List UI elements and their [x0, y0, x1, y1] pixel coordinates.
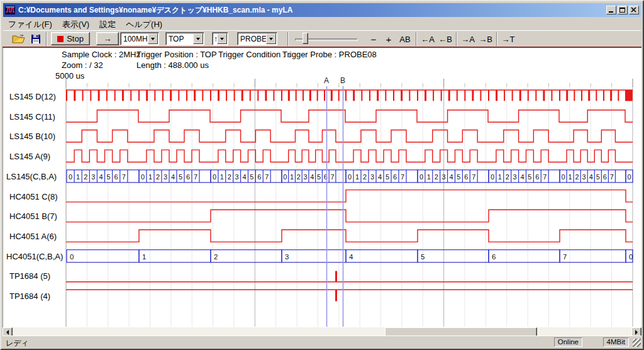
info-trigger-probe: Trigger Probe : PROBE08: [282, 50, 377, 59]
channel-label-ls-b: LS145 B(10): [9, 132, 55, 141]
status-bar: レディ Online 4MBit: [3, 336, 641, 347]
trigger-probe-value: PROBE00: [238, 35, 266, 43]
app-window: C:¥Documents and Settings¥noname¥デスクトップ¥…: [0, 0, 644, 350]
info-trigger-condition: Trigger Condition : ↓: [218, 50, 292, 59]
channel-label-ls-bus: LS145(C,B,A): [6, 172, 57, 181]
status-online-panel: Online: [554, 337, 582, 347]
ruler-time-label: 5000 us: [55, 71, 84, 81]
trigger-position-value: TOP: [166, 35, 193, 43]
combo-dropdown-button[interactable]: [266, 33, 276, 44]
channel-label-ls-c: LS145 C(11): [9, 112, 55, 121]
floppy-disk-icon: [31, 34, 41, 44]
window-title: C:¥Documents and Settings¥noname¥デスクトップ¥…: [18, 5, 605, 16]
zoom-out-button[interactable]: −: [367, 33, 380, 45]
chevron-down-icon: [196, 38, 200, 40]
toolbar-separator: [46, 32, 47, 46]
trigger-probe-combo[interactable]: PROBE00: [237, 32, 277, 45]
cursor-a-label: A: [324, 76, 329, 85]
trigger-edge-combo[interactable]: ↑: [212, 32, 228, 45]
trigger-edge-value: ↑: [213, 35, 217, 43]
close-icon: [631, 7, 637, 13]
stop-label: Stop: [67, 34, 84, 43]
cursor-b-label: B: [340, 76, 345, 85]
chevron-down-icon: [220, 38, 224, 40]
maximize-button[interactable]: [618, 6, 628, 14]
stop-icon: [57, 36, 64, 42]
zoom-slider-handle[interactable]: [303, 33, 308, 44]
app-icon: [5, 5, 15, 15]
open-folder-icon: [12, 34, 26, 44]
info-zoom: Zoom : / 32: [62, 60, 103, 70]
info-trigger-position: Trigger Position : TOP: [136, 50, 217, 59]
maximize-icon: [619, 8, 625, 13]
channel-label-ls-a: LS145 A(9): [9, 152, 50, 161]
channel-label-hc-b: HC4051 B(7): [9, 212, 57, 221]
title-bar: C:¥Documents and Settings¥noname¥デスクトップ¥…: [3, 3, 641, 17]
channel-label-hc-a: HC4051 A(6): [9, 232, 57, 241]
channel-label-hc-bus: HC4051(C,B,A): [6, 252, 63, 261]
trigger-position-combo[interactable]: TOP: [165, 32, 204, 45]
open-file-button[interactable]: [11, 32, 27, 46]
toolbar-separator: [287, 32, 289, 46]
menu-view[interactable]: 表示(V): [57, 18, 94, 31]
toolbar-separator: [456, 32, 457, 46]
waveform-panel: [3, 48, 641, 327]
stop-button[interactable]: Stop: [51, 32, 90, 45]
arrow-left-icon: [6, 330, 9, 335]
combo-dropdown-button[interactable]: [193, 33, 203, 44]
combo-dropdown-button[interactable]: [217, 33, 227, 44]
chevron-down-icon: [151, 38, 155, 40]
toolbar-separator: [416, 32, 417, 46]
save-button[interactable]: [28, 32, 43, 46]
combo-dropdown-button[interactable]: [148, 33, 158, 44]
status-memory-panel: 4MBit: [603, 337, 629, 347]
sample-rate-combo[interactable]: 100MHz: [120, 32, 159, 45]
goto-cursor-b-button[interactable]: ←B: [437, 33, 453, 45]
sample-rate-value: 100MHz: [121, 35, 148, 43]
menu-help[interactable]: ヘルプ(H): [121, 18, 167, 31]
info-sample-clock: Sample Clock : 2MHz: [62, 50, 140, 59]
channel-label-tp1684-4: TP1684 (4): [9, 291, 50, 301]
menu-bar: ファイル(F) 表示(V) 設定 ヘルプ(H): [3, 18, 641, 30]
close-button[interactable]: [629, 6, 639, 14]
minimize-button[interactable]: [606, 6, 616, 14]
run-button[interactable]: →: [96, 32, 119, 45]
zoom-in-button[interactable]: +: [382, 33, 396, 45]
status-ready-text: レディ: [6, 338, 29, 349]
channel-label-ls145-d: LS145 D(12): [9, 92, 56, 101]
ab-cursor-button[interactable]: AB: [397, 33, 413, 45]
info-length: Length : 488.000 us: [136, 60, 209, 70]
set-cursor-b-button[interactable]: →B: [477, 33, 494, 45]
menu-file[interactable]: ファイル(F): [3, 18, 57, 31]
goto-trigger-button[interactable]: →T: [500, 33, 516, 45]
goto-cursor-a-button[interactable]: ←A: [419, 33, 436, 45]
minimize-icon: [609, 11, 613, 13]
chevron-down-icon: [269, 38, 273, 40]
toolbar: Stop → 100MHz TOP ↑ PROBE00 − + AB ←A ←B: [3, 30, 641, 47]
run-arrow-icon: →: [104, 34, 112, 43]
arrow-right-icon: [635, 330, 638, 335]
toolbar-separator: [496, 32, 497, 46]
channel-label-hc-c: HC4051 C(8): [9, 192, 58, 201]
channel-label-tp1684-5: TP1684 (5): [9, 271, 50, 281]
menu-settings[interactable]: 設定: [94, 18, 121, 31]
resize-grip[interactable]: [633, 339, 641, 347]
set-cursor-a-button[interactable]: →A: [460, 33, 476, 45]
